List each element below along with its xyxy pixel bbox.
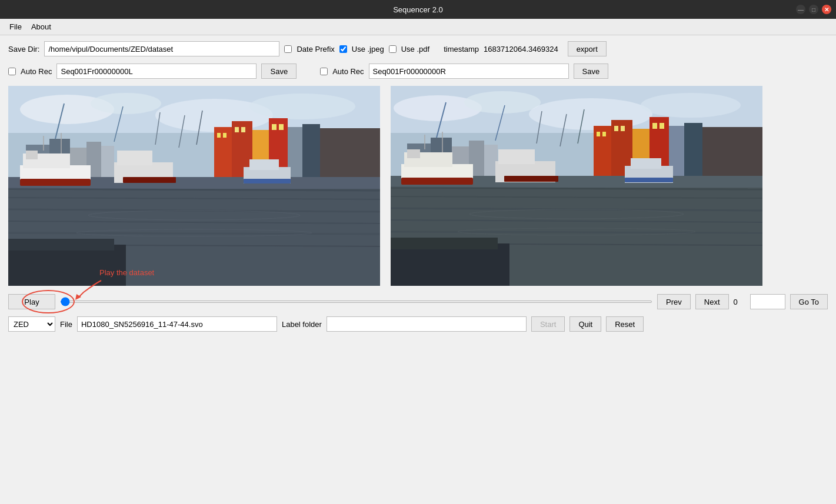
start-button[interactable]: Start bbox=[531, 316, 565, 332]
window-title: Sequencer 2.0 bbox=[393, 5, 443, 14]
svg-rect-11 bbox=[302, 124, 320, 180]
svg-rect-66 bbox=[597, 132, 600, 136]
svg-rect-71 bbox=[660, 123, 664, 129]
file-input[interactable] bbox=[77, 316, 277, 332]
timestamp-label: timestamp bbox=[444, 45, 479, 54]
right-seq-input[interactable] bbox=[369, 64, 569, 79]
use-pdf-label: Use .pdf bbox=[401, 45, 429, 54]
svg-rect-95 bbox=[401, 178, 473, 185]
svg-point-3 bbox=[91, 93, 161, 114]
svg-line-35 bbox=[8, 233, 380, 234]
goto-button[interactable]: Go To bbox=[790, 294, 828, 309]
bottom-row: ZED File Label folder Start Quit Reset bbox=[8, 316, 828, 332]
svg-rect-15 bbox=[235, 127, 239, 132]
right-seq-row: Auto Rec Save bbox=[320, 64, 608, 79]
left-seq-input[interactable] bbox=[56, 64, 257, 79]
timestamp-value: 1683712064.3469324 bbox=[484, 45, 558, 54]
svg-rect-12 bbox=[320, 128, 380, 180]
svg-rect-16 bbox=[241, 127, 245, 132]
svg-rect-14 bbox=[223, 133, 227, 138]
file-label: File bbox=[60, 320, 72, 329]
date-prefix-checkbox[interactable] bbox=[284, 45, 292, 53]
export-button[interactable]: export bbox=[568, 41, 607, 56]
svg-rect-103 bbox=[391, 238, 498, 249]
svg-rect-42 bbox=[20, 179, 91, 186]
toolbar-row: Save Dir: Date Prefix Use .jpeg Use .pdf… bbox=[8, 41, 828, 56]
use-jpeg-checkbox[interactable] bbox=[339, 45, 347, 53]
menu-file[interactable]: File bbox=[5, 20, 26, 34]
save-dir-label: Save Dir: bbox=[8, 45, 39, 54]
playback-row: Play the dataset Play Prev Next 0 Go To bbox=[8, 294, 828, 309]
svg-rect-17 bbox=[272, 124, 277, 130]
svg-rect-39 bbox=[26, 151, 38, 159]
label-folder-label: Label folder bbox=[282, 320, 322, 329]
reset-button[interactable]: Reset bbox=[606, 316, 644, 332]
svg-rect-48 bbox=[244, 179, 291, 183]
images-row bbox=[8, 86, 828, 286]
left-auto-rec-label: Auto Rec bbox=[21, 67, 52, 76]
menubar: File About bbox=[0, 19, 836, 35]
svg-rect-45 bbox=[123, 177, 176, 183]
save-dir-input[interactable] bbox=[44, 41, 279, 56]
next-button[interactable]: Next bbox=[695, 294, 729, 309]
playback-slider[interactable] bbox=[60, 301, 652, 303]
svg-rect-69 bbox=[621, 126, 625, 131]
svg-rect-64 bbox=[684, 123, 702, 180]
left-auto-rec-checkbox[interactable] bbox=[8, 68, 16, 75]
svg-rect-65 bbox=[702, 127, 762, 180]
svg-rect-98 bbox=[504, 176, 558, 182]
right-image-panel bbox=[391, 86, 762, 286]
left-seq-row: Auto Rec Save bbox=[8, 64, 297, 79]
goto-input[interactable] bbox=[750, 294, 785, 309]
svg-rect-18 bbox=[279, 124, 284, 130]
maximize-button[interactable]: □ bbox=[809, 5, 818, 14]
left-image-panel bbox=[8, 86, 380, 286]
svg-rect-49 bbox=[8, 245, 126, 286]
svg-rect-70 bbox=[652, 123, 657, 129]
close-button[interactable]: ✕ bbox=[822, 5, 831, 14]
play-button[interactable]: Play bbox=[8, 294, 55, 309]
seq-row: Auto Rec Save Auto Rec Save bbox=[8, 64, 828, 79]
menu-about[interactable]: About bbox=[26, 20, 56, 34]
label-folder-input[interactable] bbox=[327, 316, 527, 332]
svg-rect-100 bbox=[631, 158, 661, 169]
svg-rect-102 bbox=[391, 243, 509, 286]
minimize-button[interactable]: — bbox=[796, 5, 805, 14]
frame-count: 0 bbox=[734, 298, 745, 306]
svg-line-88 bbox=[391, 232, 762, 233]
svg-rect-13 bbox=[217, 133, 221, 138]
right-save-button[interactable]: Save bbox=[574, 64, 609, 79]
svg-point-56 bbox=[464, 91, 541, 114]
right-auto-rec-checkbox[interactable] bbox=[320, 68, 328, 75]
date-prefix-label: Date Prefix bbox=[297, 45, 334, 54]
left-save-button[interactable]: Save bbox=[261, 64, 297, 79]
title-bar: Sequencer 2.0 — □ ✕ bbox=[0, 0, 836, 19]
svg-rect-97 bbox=[498, 149, 535, 164]
main-content: Save Dir: Date Prefix Use .jpeg Use .pdf… bbox=[0, 35, 836, 338]
use-pdf-checkbox[interactable] bbox=[389, 45, 397, 53]
svg-point-5 bbox=[249, 94, 355, 119]
svg-rect-68 bbox=[614, 126, 618, 131]
window-controls: — □ ✕ bbox=[796, 5, 831, 14]
svg-rect-92 bbox=[407, 149, 420, 158]
svg-point-57 bbox=[529, 98, 652, 130]
svg-rect-67 bbox=[602, 132, 606, 136]
svg-rect-50 bbox=[8, 239, 114, 251]
svg-rect-101 bbox=[625, 178, 673, 182]
prev-button[interactable]: Prev bbox=[657, 294, 691, 309]
quit-button[interactable]: Quit bbox=[569, 316, 601, 332]
right-auto-rec-label: Auto Rec bbox=[332, 67, 364, 76]
device-select[interactable]: ZED bbox=[8, 316, 55, 332]
svg-point-58 bbox=[641, 93, 741, 118]
svg-rect-47 bbox=[249, 159, 279, 170]
svg-rect-44 bbox=[117, 151, 152, 165]
use-jpeg-label: Use .jpeg bbox=[352, 45, 384, 54]
